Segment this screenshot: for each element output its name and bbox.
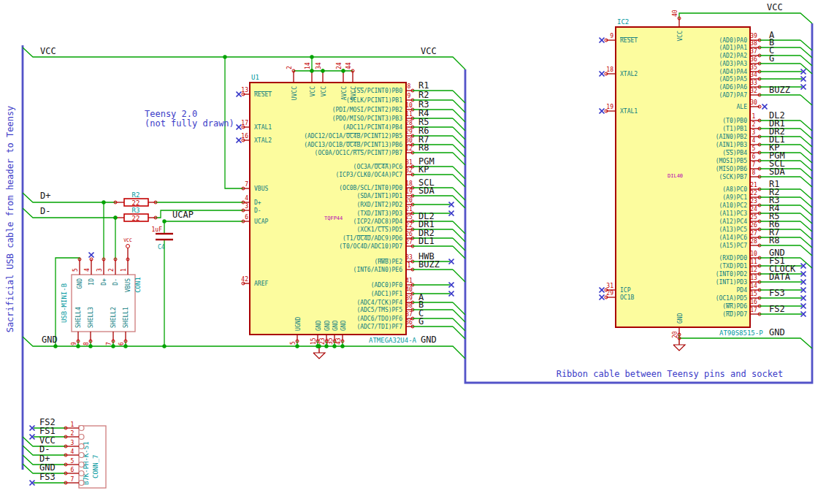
pin-name: (OC1A)PD5 [716,295,748,302]
bus-entry [800,56,812,66]
pin-name: (ICP2/ADC8)PD4 [353,218,403,225]
junction-dot [310,69,313,72]
pin-number: 7 [245,181,248,188]
pin-name: (TXD)PD1 [719,263,747,270]
pin-number: 34 [750,72,757,78]
pin-number: 18 [405,180,413,187]
pin-name: XTAL2 [254,137,272,144]
pin-number: 23 [750,198,757,205]
r3-value: 22 [132,215,140,222]
con1-reference: CON1 [134,277,142,293]
pin-number: 9 [408,93,411,99]
pin-number: 27 [750,230,757,237]
bus-entry [453,91,465,103]
pin-number: 9 [71,342,77,345]
net-label: G [418,316,424,327]
pin-number: 19 [606,104,613,110]
net-label: GND [39,462,56,473]
conn7-pin-circle [79,453,84,458]
ground-symbol [313,353,325,359]
r3-reference: R3 [132,207,140,214]
bus-entry [800,177,812,187]
net-label: BUZZ [418,259,440,270]
pin-name: (A14)PC6 [719,234,747,241]
pin-number: 42 [241,276,248,283]
pin-name: GND [332,320,339,331]
pin-number: 34 [316,62,322,69]
pin-number: 8 [408,83,411,90]
pin-number: 1 [408,262,411,269]
pin-number: 20 [672,331,678,338]
pin-name: (A10)PC2 [719,202,747,209]
pin-name: (ADC4/TCK)PF4 [356,299,402,306]
pin-number: 35 [750,64,757,71]
pin-name: AREF [254,280,268,287]
bus-entry [800,145,812,155]
net-label: G [769,53,774,64]
pin-name: (ICP3/CLK0/OC4A)PC7 [335,172,402,178]
pin-number: 17 [241,120,248,126]
pin-number: 10 [405,102,413,109]
bus-entry [800,237,812,248]
pin-number: 17 [750,307,757,313]
pin-number: 1 [71,421,74,428]
pin-name: (ADC12/OC1A/OC4B/PCINT12)PB5 [304,133,402,140]
pin-number: 12 [750,267,757,273]
pin-number: 6 [752,153,756,160]
pin-number: 23 [319,337,326,345]
junction-dot [113,215,117,219]
pin-number: 21 [405,206,413,213]
pin-name: VCC [321,86,327,97]
pin-number: 11 [750,259,757,265]
pin-name: GND [77,278,83,289]
pin-name: (MISO)PB6 [716,166,748,172]
pin-number: 38 [750,40,757,47]
pin-name: (ADC0)PF0 [371,282,403,289]
net-label: FS3 [39,472,56,482]
net-label: D+ [40,191,50,201]
net-label: D- [39,444,50,454]
pin-name: (ADC11/PCINT4)PB4 [343,124,402,131]
net-label: R1 [418,80,429,91]
pin-name: SHELL2 [110,307,117,328]
pin-name: ALE [737,104,748,110]
pin-name: (AIN0)PB2 [716,134,748,140]
pin-name: XTAL2 [620,71,638,77]
pin-name: UCAP [254,218,268,225]
pin-name: (OC0B/SCL/INT0)PD0 [339,185,402,191]
pin-name: D+ [101,278,107,286]
pin-number: 25 [750,214,757,221]
pin-number: 4 [84,268,91,272]
pin-name: (ADC13/OC1B/OC4B/PCINT13)PB6 [304,142,402,148]
bus-entry [800,213,812,224]
pin-name: (RXD/INT2)PD2 [356,202,402,208]
bus-entry [800,161,812,171]
pin-name: (PDO/MISO/PCINT3)PB3 [332,115,403,122]
pin-number: 2 [752,121,756,128]
pin-name: (AD0)PA0 [719,37,747,44]
pin-number: 4 [752,137,756,144]
pin-name: (INT1)PD3 [716,279,748,286]
pin-name: (AD3)PA3 [719,61,747,67]
pin-number: 43 [335,337,342,345]
pin-name: (RXD)PD0 [719,255,747,261]
pin-number: 22 [750,190,757,196]
ic2-footprint: DIL40 [668,173,683,179]
pin-number: 36 [750,56,757,63]
pin-number: 8 [752,169,756,176]
pin-name: GND [340,320,347,331]
r2-reference: R2 [132,191,140,199]
pin-number: 5 [71,458,74,465]
pin-number: 3 [752,129,756,136]
pin-number: 13 [241,87,248,93]
pin-number: 1 [121,268,127,272]
pin-name: XTAL1 [254,124,272,131]
pin-name: RESET [620,37,638,44]
conn7-pin-circle [79,471,84,476]
pin-name: (AD5)PA5 [719,76,747,83]
pin-name: (A12)PC4 [719,218,747,225]
pin-name: OC1B [620,294,634,301]
pin-number: 3 [71,440,74,446]
net-label: GND [421,335,437,345]
net-label: VCC [421,46,437,56]
